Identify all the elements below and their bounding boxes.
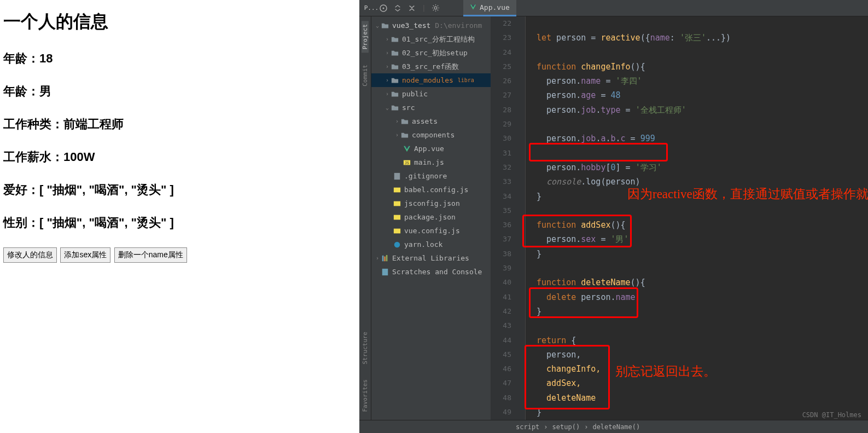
info-line-age: 年龄：18 <box>3 50 356 67</box>
svg-rect-8 <box>394 215 400 220</box>
delete-name-button[interactable]: 删除一个name属性 <box>114 247 187 263</box>
tree-item[interactable]: ›public <box>371 87 491 101</box>
svg-rect-7 <box>394 201 400 206</box>
page-title: 一个人的信息 <box>3 10 356 34</box>
tree-app-vue[interactable]: App.vue <box>371 142 491 155</box>
svg-rect-6 <box>394 187 400 192</box>
line-number-gutter: 22 23 24 25 26 27 28 29 30 31 32 33 34 3… <box>491 16 517 420</box>
editor-area[interactable]: 22 23 24 25 26 27 28 29 30 31 32 33 34 3… <box>491 16 868 420</box>
tree-src[interactable]: ⌄src <box>371 101 491 114</box>
tree-item[interactable]: ›03_src_ref函数 <box>371 60 491 73</box>
breadcrumb-item[interactable]: deleteName() <box>592 423 640 431</box>
info-line-job-type: 工作种类：前端工程师 <box>3 116 356 132</box>
tree-item[interactable]: package.json <box>371 210 491 224</box>
tree-scratches[interactable]: Scratches and Console <box>371 265 491 279</box>
vue-icon <box>470 4 476 10</box>
tree-root[interactable]: ⌄vue3_test D:\environm <box>371 19 491 32</box>
breadcrumb-bar[interactable]: script› setup()› deleteName() <box>359 420 868 433</box>
info-line-salary: 工作薪水：100W <box>3 149 356 165</box>
breadcrumb-item[interactable]: script <box>516 423 539 431</box>
ide-toolbar: P... | App.vue <box>359 0 868 16</box>
tab-app-vue[interactable]: App.vue <box>463 0 516 16</box>
side-tool-commit[interactable]: Commit <box>362 61 369 90</box>
svg-rect-14 <box>382 268 388 275</box>
svg-point-2 <box>434 7 437 9</box>
svg-text:JS: JS <box>405 160 409 165</box>
browser-preview-pane: 一个人的信息 年龄：18 年龄：男 工作种类：前端工程师 工作薪水：100W 爱… <box>0 0 359 433</box>
tree-item[interactable]: ›01_src_分析工程结构 <box>371 32 491 46</box>
annotation-text-reactive: 因为reactive函数，直接通过赋值或者操作就可以触发响应式。 <box>627 185 797 204</box>
svg-rect-12 <box>384 256 386 261</box>
annotation-box-hobby <box>529 143 668 161</box>
collapse-all-icon[interactable] <box>407 4 416 13</box>
ide-side-tool-strip: Project Commit Structure Favorites <box>359 16 371 420</box>
watermark: CSDN @IT_Holmes <box>802 411 861 419</box>
add-sex-button[interactable]: 添加sex属性 <box>60 247 110 263</box>
expand-all-icon[interactable] <box>393 4 402 13</box>
tree-item[interactable]: yarn.lock <box>371 238 491 251</box>
side-tool-project[interactable]: Project <box>362 21 369 53</box>
tree-node-modules[interactable]: ›node_modules libra <box>371 73 491 87</box>
tab-label: App.vue <box>480 3 510 11</box>
tree-item[interactable]: .gitignore <box>371 169 491 183</box>
svg-point-10 <box>394 241 400 247</box>
svg-rect-9 <box>394 228 400 233</box>
fold-column[interactable] <box>517 16 526 420</box>
info-line-sex-arr: 性别：[ "抽烟", "喝酒", "烫头" ] <box>3 215 356 231</box>
ide-pane: P... | App.vue Project Commit <box>359 0 868 433</box>
project-tree[interactable]: ⌄vue3_test D:\environm ›01_src_分析工程结构 ›0… <box>371 16 491 420</box>
svg-point-1 <box>383 7 385 9</box>
tree-item[interactable]: vue.config.js <box>371 224 491 238</box>
project-dropdown-button[interactable]: P... <box>365 4 374 13</box>
svg-rect-5 <box>394 172 400 179</box>
tree-external-libs[interactable]: ›External Libraries <box>371 251 491 265</box>
tree-item[interactable]: ›components <box>371 128 491 142</box>
side-tool-structure[interactable]: Structure <box>362 328 369 368</box>
tree-item[interactable]: ›assets <box>371 114 491 128</box>
tree-main-js[interactable]: JSmain.js <box>371 155 491 169</box>
annotation-text-return: 别忘记返回出去。 <box>615 362 716 382</box>
info-line-sex: 年龄：男 <box>3 83 356 100</box>
tree-item[interactable]: babel.config.js <box>371 183 491 197</box>
tree-item[interactable]: jsconfig.json <box>371 197 491 210</box>
breadcrumb-item[interactable]: setup() <box>552 423 580 431</box>
info-line-hobby: 爱好：[ "抽烟", "喝酒", "烫头" ] <box>3 182 356 198</box>
svg-rect-11 <box>382 255 384 261</box>
change-info-button[interactable]: 修改人的信息 <box>3 247 57 263</box>
target-icon[interactable] <box>379 4 388 13</box>
svg-rect-13 <box>386 255 388 261</box>
gear-icon[interactable] <box>432 4 440 13</box>
tree-item[interactable]: ›02_src_初始setup <box>371 46 491 60</box>
side-tool-favorites[interactable]: Favorites <box>362 376 369 415</box>
code-content[interactable]: let person = reactive({name: '张三'...}) f… <box>526 16 868 420</box>
